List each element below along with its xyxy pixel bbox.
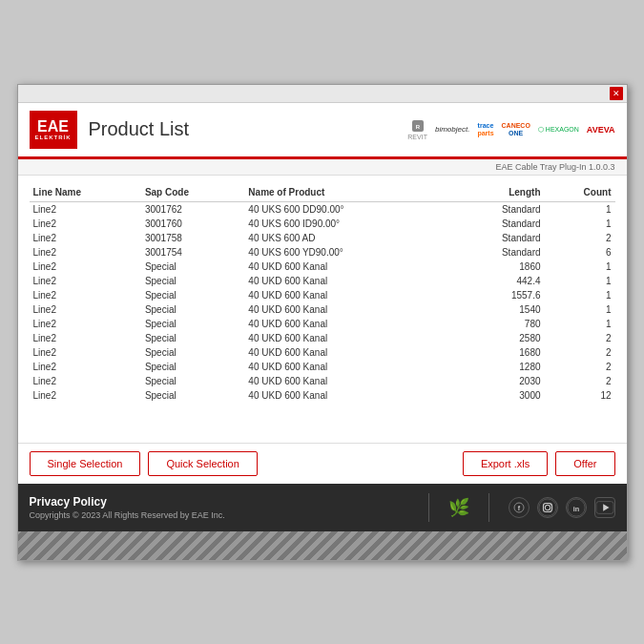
cell-length: 780	[451, 317, 544, 331]
cell-line-name: Line2	[30, 217, 141, 231]
table-row[interactable]: Line2 Special 40 UKD 600 Kanal 3000 12	[30, 388, 615, 403]
youtube-icon[interactable]	[594, 497, 615, 518]
cell-count: 1	[545, 288, 615, 302]
cell-product-name: 40 UKD 600 Kanal	[244, 360, 451, 374]
cell-length: 442.4	[451, 274, 544, 288]
linkedin-icon[interactable]: in	[566, 497, 587, 518]
col-length: Length	[451, 183, 544, 202]
cell-length: 2030	[451, 374, 544, 388]
cell-line-name: Line2	[30, 201, 141, 217]
product-table-container[interactable]: Line Name Sap Code Name of Product Lengt…	[18, 176, 627, 443]
cell-product-name: 40 UKD 600 Kanal	[244, 274, 451, 288]
svg-point-6	[545, 505, 550, 509]
revit-partner-logo: R REVIT	[407, 119, 427, 140]
offer-button[interactable]: Offer	[555, 451, 614, 476]
footer: Privacy Policy Copyrights © 2023 All Rig…	[18, 484, 627, 531]
table-row[interactable]: Line2 3001754 40 UKS 600 YD90.00° Standa…	[30, 245, 615, 260]
svg-text:f: f	[517, 505, 520, 511]
table-row[interactable]: Line2 Special 40 UKD 600 Kanal 1540 1	[30, 302, 615, 317]
cell-length: 2580	[451, 331, 544, 345]
revit-label: REVIT	[407, 134, 427, 140]
logo-sub-text: ELEKTRİK	[35, 135, 72, 140]
header: EAE ELEKTRİK Product List R REVIT bimobj…	[18, 103, 627, 159]
cell-sap-code: Special	[141, 374, 244, 388]
table-row[interactable]: Line2 Special 40 UKD 600 Kanal 2030 2	[30, 374, 615, 388]
export-xls-button[interactable]: Export .xls	[463, 451, 548, 476]
table-row[interactable]: Line2 3001760 40 UKS 600 ID90.00° Standa…	[30, 217, 615, 231]
instagram-icon[interactable]	[537, 497, 558, 518]
table-row[interactable]: Line2 Special 40 UKD 600 Kanal 1280 2	[30, 360, 615, 374]
single-selection-button[interactable]: Single Selection	[30, 451, 141, 476]
main-window: ✕ EAE ELEKTRİK Product List R REVIT bimo…	[17, 84, 628, 561]
cell-sap-code: Special	[141, 388, 244, 403]
table-row[interactable]: Line2 3001758 40 UKS 600 AD Standard 2	[30, 231, 615, 245]
table-row[interactable]: Line2 Special 40 UKD 600 Kanal 442.4 1	[30, 274, 615, 288]
caneco-partner-logo: CANECOONE	[502, 122, 530, 136]
cell-length: Standard	[451, 245, 544, 260]
cell-sap-code: 3001762	[141, 201, 244, 217]
cell-product-name: 40 UKD 600 Kanal	[244, 260, 451, 274]
cell-count: 2	[545, 345, 615, 360]
cell-sap-code: Special	[141, 274, 244, 288]
col-line-name: Line Name	[30, 183, 141, 202]
facebook-icon[interactable]: f	[509, 497, 530, 518]
table-row[interactable]: Line2 Special 40 UKD 600 Kanal 1557.6 1	[30, 288, 615, 302]
cell-count: 2	[545, 331, 615, 345]
cell-length: Standard	[451, 201, 544, 217]
cell-count: 1	[545, 201, 615, 217]
leaf-icon: 🌿	[448, 497, 469, 518]
col-sap-code: Sap Code	[141, 183, 244, 202]
eae-logo: EAE ELEKTRİK	[30, 111, 77, 149]
svg-point-4	[538, 498, 555, 515]
table-row[interactable]: Line2 Special 40 UKD 600 Kanal 780 1	[30, 317, 615, 331]
cell-product-name: 40 UKS 600 ID90.00°	[244, 217, 451, 231]
svg-point-7	[550, 504, 551, 505]
close-button[interactable]: ✕	[610, 87, 623, 100]
table-row[interactable]: Line2 Special 40 UKD 600 Kanal 2580 2	[30, 331, 615, 345]
aveva-partner-logo: AVEVA	[587, 125, 615, 135]
social-icons: f in	[509, 497, 615, 518]
revit-icon: R	[411, 119, 425, 133]
cell-length: 1557.6	[451, 288, 544, 302]
action-bar-right: Export .xls Offer	[463, 451, 615, 476]
table-row[interactable]: Line2 3001762 40 UKS 600 DD90.00° Standa…	[30, 201, 615, 217]
cell-line-name: Line2	[30, 231, 141, 245]
col-count: Count	[545, 183, 615, 202]
cell-line-name: Line2	[30, 302, 141, 317]
cell-count: 1	[545, 217, 615, 231]
cell-count: 2	[545, 231, 615, 245]
cell-line-name: Line2	[30, 388, 141, 403]
cell-product-name: 40 UKD 600 Kanal	[244, 302, 451, 317]
cell-product-name: 40 UKS 600 DD90.00°	[244, 201, 451, 217]
cell-count: 1	[545, 274, 615, 288]
cell-sap-code: 3001758	[141, 231, 244, 245]
title-bar: ✕	[18, 85, 627, 103]
cell-length: 1280	[451, 360, 544, 374]
cell-product-name: 40 UKD 600 Kanal	[244, 288, 451, 302]
cell-line-name: Line2	[30, 345, 141, 360]
cell-product-name: 40 UKD 600 Kanal	[244, 388, 451, 403]
cell-count: 2	[545, 360, 615, 374]
cell-line-name: Line2	[30, 245, 141, 260]
cell-line-name: Line2	[30, 374, 141, 388]
cell-length: 1540	[451, 302, 544, 317]
table-row[interactable]: Line2 Special 40 UKD 600 Kanal 1680 2	[30, 345, 615, 360]
cell-count: 1	[545, 260, 615, 274]
plugin-info-bar: EAE Cable Tray Plug-In 1.0.0.3	[18, 159, 627, 176]
privacy-policy-link[interactable]: Privacy Policy	[30, 495, 409, 509]
cell-length: Standard	[451, 231, 544, 245]
action-bar-left: Single Selection Quick Selection	[30, 451, 258, 476]
traceparts-partner-logo: traceparts	[477, 122, 493, 136]
table-header: Line Name Sap Code Name of Product Lengt…	[30, 183, 615, 202]
cell-count: 2	[545, 374, 615, 388]
page-title: Product List	[89, 118, 397, 140]
cell-count: 12	[545, 388, 615, 403]
footer-divider	[428, 493, 429, 522]
cell-count: 1	[545, 317, 615, 331]
table-row[interactable]: Line2 Special 40 UKD 600 Kanal 1860 1	[30, 260, 615, 274]
footer-divider-2	[488, 493, 489, 522]
table-body: Line2 3001762 40 UKS 600 DD90.00° Standa…	[30, 201, 615, 403]
cell-line-name: Line2	[30, 288, 141, 302]
svg-marker-11	[603, 504, 609, 510]
quick-selection-button[interactable]: Quick Selection	[148, 451, 257, 476]
